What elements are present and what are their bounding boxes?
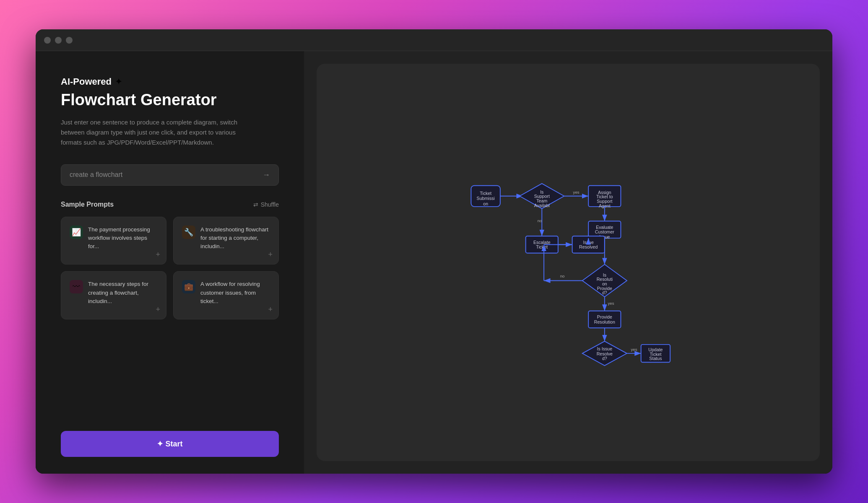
prompt-text-1: A troubleshooting flowchart for starting… xyxy=(200,226,270,251)
traffic-light-close[interactable] xyxy=(44,37,51,44)
prompt-card-3[interactable]: 💼 A workflow for resolving customer issu… xyxy=(173,271,279,319)
page-title: Flowchart Generator xyxy=(61,91,279,110)
prompt-add-0[interactable]: + xyxy=(156,250,160,259)
titlebar xyxy=(36,29,832,51)
flowchart-svg: Ticket Submissi on Is Support Team Avail… xyxy=(459,147,677,378)
svg-text:Status: Status xyxy=(649,356,662,361)
left-panel: AI-Powered ✦ Flowchart Generator Just en… xyxy=(36,51,304,474)
svg-text:Resolution: Resolution xyxy=(594,319,615,324)
sparkle-icon: ✦ xyxy=(115,76,122,87)
prompt-icon-0: 📈 xyxy=(70,226,83,239)
ai-badge: AI-Powered ✦ xyxy=(61,76,279,87)
sample-prompts-label: Sample Prompts xyxy=(61,201,114,208)
sample-prompts-header: Sample Prompts ⇄ Shuffle xyxy=(61,201,279,208)
svg-text:yes: yes xyxy=(631,347,637,352)
svg-text:on: on xyxy=(483,201,488,206)
shuffle-icon: ⇄ xyxy=(253,201,258,208)
prompt-card-0[interactable]: 📈 The payment processing workflow involv… xyxy=(61,217,166,265)
start-button-label: ✦ Start xyxy=(157,439,182,449)
shuffle-button[interactable]: ⇄ Shuffle xyxy=(253,201,279,208)
prompt-card-header-1: 🔧 A troubleshooting flowchart for starti… xyxy=(182,226,270,251)
svg-text:Resolved: Resolved xyxy=(579,244,598,249)
prompt-icon-2: 〰 xyxy=(70,280,83,293)
prompt-add-3[interactable]: + xyxy=(268,305,273,314)
prompt-text-0: The payment processing workflow involves… xyxy=(88,226,158,251)
svg-text:no: no xyxy=(560,274,565,278)
prompt-input[interactable] xyxy=(70,171,262,179)
prompt-add-1[interactable]: + xyxy=(268,250,273,259)
node-ticket-submission: Ticket xyxy=(480,191,491,196)
right-panel: Ticket Submissi on Is Support Team Avail… xyxy=(304,51,832,474)
prompt-icon-3: 💼 xyxy=(182,280,195,293)
input-arrow-icon[interactable]: → xyxy=(262,171,270,179)
svg-text:d?: d? xyxy=(602,290,607,295)
svg-text:no: no xyxy=(538,218,542,223)
prompt-text-2: The necessary steps for creating a flowc… xyxy=(88,280,158,306)
traffic-light-minimize[interactable] xyxy=(55,37,62,44)
prompt-grid: 📈 The payment processing workflow involv… xyxy=(61,217,279,320)
traffic-light-maximize[interactable] xyxy=(66,37,73,44)
svg-text:yes: yes xyxy=(573,190,580,194)
svg-text:d?: d? xyxy=(602,356,607,361)
start-button[interactable]: ✦ Start xyxy=(61,431,279,457)
svg-text:Customer: Customer xyxy=(595,229,614,234)
svg-text:Ticket: Ticket xyxy=(536,244,548,249)
app-window: AI-Powered ✦ Flowchart Generator Just en… xyxy=(36,29,832,474)
node-escalate-ticket: Escalate xyxy=(533,240,551,245)
prompt-card-header-3: 💼 A workflow for resolving customer issu… xyxy=(182,280,270,306)
prompt-card-header-2: 〰 The necessary steps for creating a flo… xyxy=(70,280,158,306)
prompt-input-row[interactable]: → xyxy=(61,164,279,186)
prompt-card-header-0: 📈 The payment processing workflow involv… xyxy=(70,226,158,251)
svg-text:Submissi: Submissi xyxy=(477,196,495,201)
shuffle-label: Shuffle xyxy=(261,201,279,208)
prompt-card-2[interactable]: 〰 The necessary steps for creating a flo… xyxy=(61,271,166,319)
prompt-add-2[interactable]: + xyxy=(156,305,160,314)
prompt-card-1[interactable]: 🔧 A troubleshooting flowchart for starti… xyxy=(173,217,279,265)
ai-label: AI-Powered xyxy=(61,76,112,87)
flowchart-container: Ticket Submissi on Is Support Team Avail… xyxy=(317,64,820,461)
prompt-icon-1: 🔧 xyxy=(182,226,195,239)
svg-text:Availabl: Availabl xyxy=(534,203,550,208)
node-provide-resolution: Provide xyxy=(597,314,612,319)
main-content: AI-Powered ✦ Flowchart Generator Just en… xyxy=(36,51,832,474)
svg-text:Resolve: Resolve xyxy=(597,351,613,356)
page-description: Just enter one sentence to produce a com… xyxy=(61,117,245,148)
svg-text:Is Issue: Is Issue xyxy=(597,346,613,351)
node-evaluate-issue: Evaluate xyxy=(596,225,613,230)
prompt-text-3: A workflow for resolving customer issues… xyxy=(200,280,270,306)
svg-text:yes: yes xyxy=(608,301,614,306)
